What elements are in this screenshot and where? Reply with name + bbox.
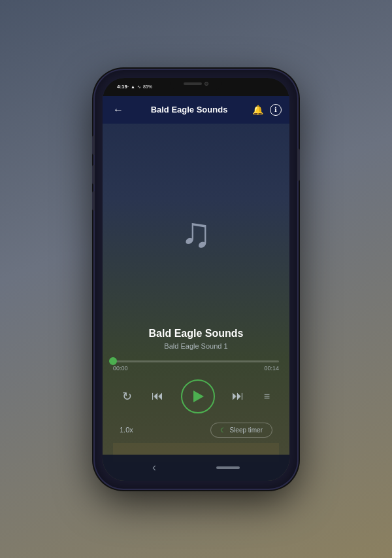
sleep-timer-label: Sleep timer — [229, 427, 263, 434]
sleep-timer-button[interactable]: ☾ Sleep timer — [210, 423, 272, 438]
status-time: 4:19 — [117, 84, 127, 90]
top-bar-actions: 🔔 ℹ — [252, 104, 282, 116]
speaker — [184, 82, 202, 85]
album-art: ♫ — [180, 137, 212, 328]
back-button[interactable]: ← — [110, 101, 126, 118]
time-current: 00:00 — [113, 365, 128, 372]
phone-frame: 4:19 ⋅ ▲ ∿ 85% ← Bald Eagle Sounds 🔔 ℹ — [95, 70, 297, 489]
home-indicator[interactable] — [216, 466, 240, 469]
notch-area: 4:19 ⋅ ▲ ∿ 85% — [103, 78, 289, 96]
info-icon[interactable]: ℹ — [270, 104, 282, 116]
main-content: ♫ Bald Eagle Sounds Bald Eagle Sound 1 0… — [103, 124, 289, 462]
bluetooth-icon: ⋅ — [127, 84, 129, 90]
moon-icon: ☾ — [220, 427, 226, 434]
signal-icon: ▲ — [131, 84, 135, 89]
play-button[interactable] — [181, 379, 215, 413]
notch — [170, 78, 222, 90]
previous-button[interactable]: ⏮ — [149, 387, 166, 406]
play-icon — [193, 391, 204, 402]
notification-icon[interactable]: 🔔 — [252, 105, 263, 115]
camera — [204, 82, 208, 86]
nav-back-button[interactable]: ‹ — [152, 461, 156, 474]
phone-screen: 4:19 ⋅ ▲ ∿ 85% ← Bald Eagle Sounds 🔔 ℹ — [103, 78, 289, 481]
playlist-button[interactable]: ≡ — [261, 388, 272, 405]
progress-bar[interactable] — [113, 360, 279, 362]
page-title: Bald Eagle Sounds — [131, 105, 247, 114]
status-bar: 4:19 ⋅ ▲ ∿ 85% — [112, 78, 157, 96]
music-note-icon: ♫ — [180, 211, 212, 253]
track-subtitle: Bald Eagle Sound 1 — [149, 342, 244, 350]
playback-controls: ↻ ⏮ ⏭ ≡ — [113, 379, 279, 413]
next-button[interactable]: ⏭ — [229, 387, 246, 406]
progress-container[interactable]: 00:00 00:14 — [113, 360, 279, 372]
progress-thumb[interactable] — [109, 357, 117, 365]
bottom-row: 1.0x ☾ Sleep timer — [113, 423, 279, 438]
track-title: Bald Eagle Sounds — [149, 328, 244, 340]
time-total: 00:14 — [264, 365, 279, 372]
top-bar: ← Bald Eagle Sounds 🔔 ℹ — [103, 96, 289, 124]
progress-times: 00:00 00:14 — [113, 365, 279, 372]
speed-label[interactable]: 1.0x — [120, 426, 133, 434]
wifi-icon: ∿ — [137, 84, 141, 90]
battery-icon: 85% — [143, 84, 152, 89]
repeat-button[interactable]: ↻ — [120, 387, 135, 406]
track-info: Bald Eagle Sounds Bald Eagle Sound 1 — [149, 328, 244, 350]
status-icons: ⋅ ▲ ∿ 85% — [127, 84, 152, 90]
bottom-nav: ‹ — [103, 455, 289, 481]
